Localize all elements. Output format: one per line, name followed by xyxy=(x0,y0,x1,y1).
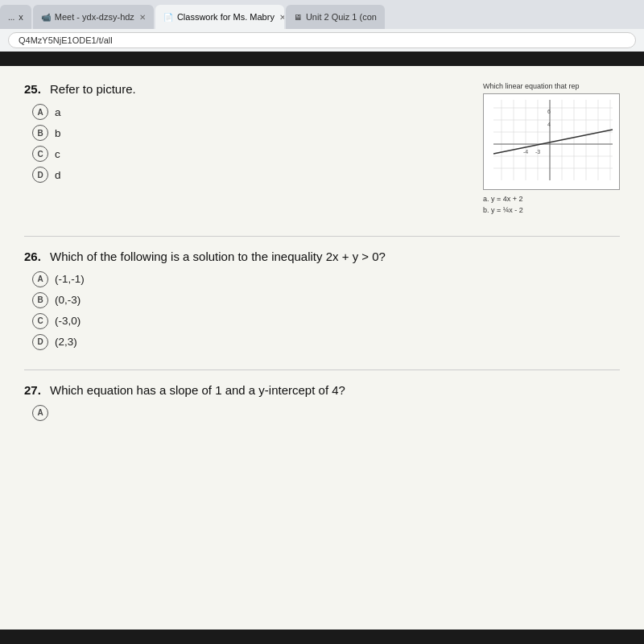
graph-svg: -3 -4 4 6 xyxy=(485,96,614,184)
tab-bar: ... x 📹 Meet - ydx-dzsy-hdz ✕ 📄 Classwor… xyxy=(0,0,644,29)
q27-number: 27. xyxy=(24,383,50,397)
q26-circle-d: D xyxy=(32,334,48,350)
q25-circle-c: C xyxy=(32,146,48,162)
q25-right: Which linear equation that rep xyxy=(483,82,620,217)
q26-options: A (-1,-1) B (0,-3) C (-3,0) D (2,3) xyxy=(32,271,620,350)
divider-25-26 xyxy=(24,236,620,237)
q25-option-c[interactable]: C c xyxy=(32,146,467,162)
q26-circle-a: A xyxy=(32,271,48,287)
q25-header: 25. Refer to picture. xyxy=(24,82,467,96)
q26-option-b[interactable]: B (0,-3) xyxy=(32,292,620,308)
graph-answer-a: a. y = 4x + 2 xyxy=(483,193,620,204)
q25-option-a[interactable]: A a xyxy=(32,104,467,120)
q25-layout: 25. Refer to picture. A a B b C c xyxy=(24,82,620,217)
q25-number: 25. xyxy=(24,82,50,96)
tab-meet[interactable]: 📹 Meet - ydx-dzsy-hdz ✕ xyxy=(33,5,154,29)
q26-option-a[interactable]: A (-1,-1) xyxy=(32,271,620,287)
tab-label-partial: x xyxy=(19,12,23,22)
graph-answer-b: b. y = ¼x - 2 xyxy=(483,204,620,216)
q26-circle-c: C xyxy=(32,313,48,329)
q25-label-d: d xyxy=(55,169,61,181)
q25-label-b: b xyxy=(55,127,61,139)
q26-option-c[interactable]: C (-3,0) xyxy=(32,313,620,329)
dark-bar xyxy=(0,52,644,66)
q27-header: 27. Which equation has a slope of 1 and … xyxy=(24,383,620,397)
q27-text: Which equation has a slope of 1 and a y-… xyxy=(50,383,345,397)
tab-icon-unit2: 🖥 xyxy=(294,13,302,22)
graph-label: Which linear equation that rep xyxy=(483,82,620,90)
q26-header: 26. Which of the following is a solution… xyxy=(24,250,620,263)
q26-number: 26. xyxy=(24,250,50,263)
tab-close-meet[interactable]: ✕ xyxy=(139,13,146,22)
q25-left: 25. Refer to picture. A a B b C c xyxy=(24,82,467,188)
graph-container: -3 -4 4 6 xyxy=(483,93,620,190)
q26-text: Which of the following is a solution to … xyxy=(50,250,386,263)
q25-option-b[interactable]: B b xyxy=(32,125,467,141)
address-bar-row: Q4MzY5NjE1ODE1/t/all xyxy=(0,29,644,52)
q27-circle-a: A xyxy=(32,405,48,421)
svg-text:6: 6 xyxy=(547,109,551,114)
content-area: 25. Refer to picture. A a B b C c xyxy=(0,66,644,630)
tab-close-classwork[interactable]: ✕ xyxy=(279,13,284,22)
q27-options: A xyxy=(32,405,620,421)
q25-circle-a: A xyxy=(32,104,48,120)
tab-icon-partial: ... xyxy=(8,13,14,22)
browser-chrome: ... x 📹 Meet - ydx-dzsy-hdz ✕ 📄 Classwor… xyxy=(0,0,644,52)
q25-text: Refer to picture. xyxy=(50,82,136,96)
q26-label-d: (2,3) xyxy=(55,336,77,348)
question-25-block: 25. Refer to picture. A a B b C c xyxy=(24,82,620,217)
tab-label-classwork: Classwork for Ms. Mabry xyxy=(177,12,275,22)
q25-label-c: c xyxy=(55,148,60,160)
svg-text:-4: -4 xyxy=(523,149,528,155)
address-text: Q4MzY5NjE1ODE1/t/all xyxy=(19,35,113,45)
tab-unit2[interactable]: 🖥 Unit 2 Quiz 1 (con xyxy=(286,5,385,29)
question-27-block: 27. Which equation has a slope of 1 and … xyxy=(24,383,620,421)
q25-label-a: a xyxy=(55,106,61,118)
q26-option-d[interactable]: D (2,3) xyxy=(32,334,620,350)
svg-text:-3: -3 xyxy=(535,149,540,155)
question-26-block: 26. Which of the following is a solution… xyxy=(24,250,620,350)
tab-label-unit2: Unit 2 Quiz 1 (con xyxy=(306,12,377,22)
address-bar[interactable]: Q4MzY5NjE1ODE1/t/all xyxy=(8,32,636,48)
tab-partial-left[interactable]: ... x xyxy=(0,5,31,29)
q26-label-a: (-1,-1) xyxy=(55,273,85,285)
q25-options: A a B b C c D d xyxy=(32,104,467,183)
q26-label-b: (0,-3) xyxy=(55,294,80,306)
q26-label-c: (-3,0) xyxy=(55,315,80,327)
q25-circle-d: D xyxy=(32,167,48,183)
graph-answers: a. y = 4x + 2 b. y = ¼x - 2 xyxy=(483,193,620,217)
q27-option-a[interactable]: A xyxy=(32,405,620,421)
svg-text:4: 4 xyxy=(547,122,551,127)
tab-label-meet: Meet - ydx-dzsy-hdz xyxy=(55,12,134,22)
divider-26-27 xyxy=(24,369,620,370)
tab-classwork[interactable]: 📄 Classwork for Ms. Mabry ✕ xyxy=(155,5,284,29)
tab-icon-meet: 📹 xyxy=(41,13,51,22)
q26-circle-b: B xyxy=(32,292,48,308)
tab-icon-classwork: 📄 xyxy=(163,13,173,22)
q25-circle-b: B xyxy=(32,125,48,141)
q25-option-d[interactable]: D d xyxy=(32,167,467,183)
